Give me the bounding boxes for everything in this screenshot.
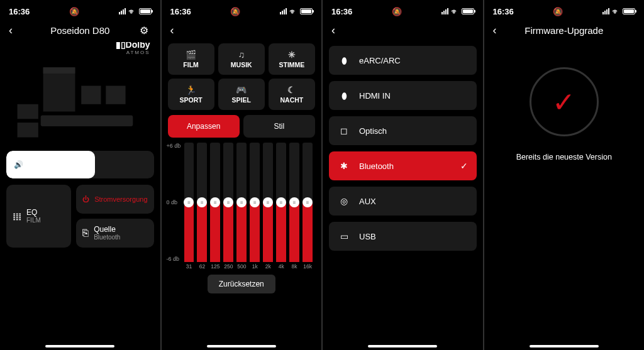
status-bar: 16:36 🔕 ᯤ [484,0,645,19]
battery-icon [139,8,152,14]
eq-thumb[interactable]: ≡ [250,197,260,207]
source-title: Quelle [94,225,120,234]
eq-band-125[interactable]: ≡ [210,143,220,262]
eq-freq-label: 250 [223,263,233,270]
status-bar: 16:36 🔕 ᯤ [0,0,160,19]
source-optisch[interactable]: ◻Optisch [329,116,477,145]
power-tile[interactable]: ⏻ Stromversorgung [76,185,153,214]
eq-thumb[interactable]: ≡ [263,197,273,207]
eq-thumb[interactable]: ≡ [210,197,220,207]
home-indicator[interactable] [368,345,437,347]
source-tile[interactable]: ⎘ Quelle Bluetooth [76,219,153,248]
status-silent-icon: 🔕 [553,7,563,16]
eq-band-31[interactable]: ≡ [184,143,194,262]
mode-label: STIMME [279,61,304,68]
eq-thumb[interactable]: ≡ [276,197,286,207]
eq-band-250[interactable]: ≡ [223,143,233,262]
status-silent-icon: 🔕 [392,7,402,16]
eq-band-4k[interactable]: ≡ [276,143,286,262]
screen-eq: 16:36 🔕 ᯤ ‹ 🎬FILM♫MUSIK✳STIMME🏃SPORT🎮SPI… [162,0,322,350]
eq-max-label: +6 db [167,143,181,149]
sliders-icon: 𝍖 [13,211,21,222]
check-icon: ✓ [552,86,575,118]
source-icon: ⬮ [338,55,350,66]
status-icons: ᯤ [602,7,635,16]
sound-mode-sport[interactable]: 🏃SPORT [168,79,214,110]
eq-thumb[interactable]: ≡ [303,197,313,207]
source-bluetooth[interactable]: ✱Bluetooth✓ [329,151,477,180]
wifi-icon: ᯤ [612,7,620,16]
eq-thumb[interactable]: ≡ [289,197,299,207]
tab-custom[interactable]: Anpassen [168,115,240,138]
source-label: AUX [359,197,376,206]
sound-mode-musik[interactable]: ♫MUSIK [218,43,265,75]
eq-fill [197,202,207,262]
source-icon: ▭ [338,231,350,241]
eq-mid-label: 0 db [167,199,178,205]
source-usb[interactable]: ▭USB [329,222,477,251]
eq-freq-label: 125 [210,263,220,270]
dolby-logo: ▮▯Dolby ATMOS [6,42,154,55]
signal-icon [119,8,126,14]
back-button[interactable]: ‹ [493,24,504,37]
eq-thumb[interactable]: ≡ [236,197,247,207]
svg-rect-0 [43,67,75,111]
screen-firmware: 16:36 🔕 ᯤ ‹ Firmware-Upgrade ✓ Bereits d… [484,0,645,350]
mode-icon: ♫ [238,50,245,60]
sound-mode-nacht[interactable]: ☾NACHT [269,79,315,110]
eq-sub: FILM [26,217,41,224]
home-indicator[interactable] [207,345,276,347]
eq-freq-label: 8k [289,263,299,270]
eq-band-16k[interactable]: ≡ [303,143,313,262]
mode-label: SPIEL [232,96,251,104]
screen-home: 16:36 🔕 ᯤ ‹ Poseidon D80 ⚙ ▮▯Dolby ATMOS [0,0,160,350]
source-hdmiin[interactable]: ⬮HDMI IN [329,81,477,110]
eq-band-2k[interactable]: ≡ [263,143,273,262]
sound-mode-spiel[interactable]: 🎮SPIEL [218,79,265,110]
eq-band-62[interactable]: ≡ [197,143,207,262]
status-bar: 16:36 🔕 ᯤ [162,0,322,19]
wifi-icon: ᯤ [128,7,136,16]
page-title: Firmware-Upgrade [525,25,603,36]
mode-icon: ☾ [287,85,296,95]
status-silent-icon: 🔕 [69,7,79,16]
source-list: ⬮eARC/ARC⬮HDMI IN◻Optisch✱Bluetooth✓◎AUX… [329,46,477,251]
eq-thumb[interactable]: ≡ [197,197,207,207]
reset-button[interactable]: Zurücksetzen [208,275,275,293]
home-indicator[interactable] [530,345,599,347]
svg-rect-2 [81,86,101,104]
eq-min-label: -6 db [167,256,180,262]
source-aux[interactable]: ◎AUX [329,187,477,216]
source-icon: ◎ [338,196,350,206]
header: ‹ [162,19,322,42]
mode-label: SPORT [179,96,202,104]
eq-fill [184,202,194,262]
sound-mode-stimme[interactable]: ✳STIMME [269,43,315,75]
back-button[interactable]: ‹ [9,24,20,37]
source-earcarc[interactable]: ⬮eARC/ARC [329,46,477,75]
home-indicator[interactable] [45,345,114,347]
eq-thumb[interactable]: ≡ [223,197,233,207]
source-icon: ✱ [338,161,350,171]
eq-band-500[interactable]: ≡ [236,143,247,262]
tab-style[interactable]: Stil [243,115,315,138]
back-button[interactable]: ‹ [170,24,182,37]
battery-icon [300,8,313,14]
eq-thumb[interactable]: ≡ [184,197,194,207]
eq-band-1k[interactable]: ≡ [250,143,260,262]
back-button[interactable]: ‹ [331,24,343,37]
eq-fill [250,202,260,262]
eq-band-8k[interactable]: ≡ [289,143,299,262]
settings-button[interactable]: ⚙ [140,25,151,36]
eq-tile[interactable]: 𝍖 EQ FILM [6,185,71,248]
status-time: 16:36 [331,7,352,16]
status-time: 16:36 [170,7,191,16]
speaker-icon: 🔊 [14,160,23,169]
sound-mode-film[interactable]: 🎬FILM [168,43,214,75]
mode-label: FILM [183,61,199,68]
svg-rect-3 [106,86,125,104]
screen-sources: 16:36 🔕 ᯤ ‹ ⬮eARC/ARC⬮HDMI IN◻Optisch✱Bl… [323,0,483,350]
source-label: HDMI IN [359,91,391,101]
volume-slider[interactable]: 🔊 [6,151,154,178]
input-icon: ⎘ [82,227,89,239]
